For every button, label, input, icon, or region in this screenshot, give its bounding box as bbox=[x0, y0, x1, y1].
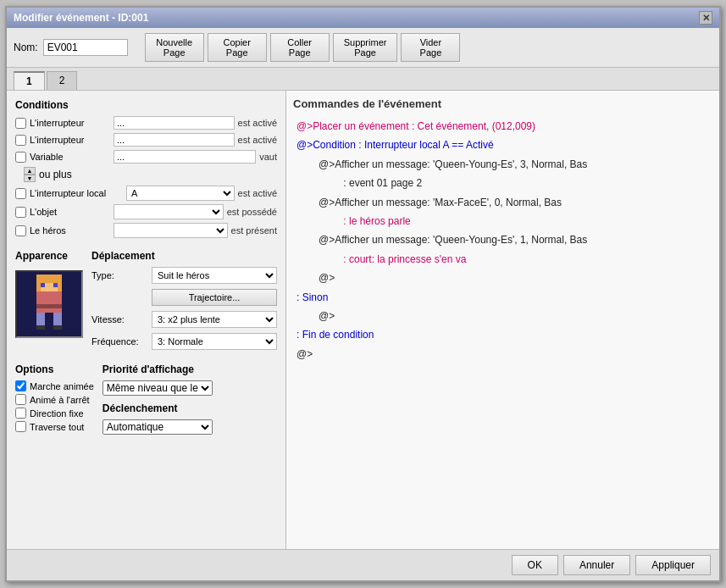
ou-plus-label: ou plus bbox=[39, 169, 72, 180]
condition-row-2: L'interrupteur est activé bbox=[15, 133, 277, 147]
anime-arret-checkbox[interactable] bbox=[15, 394, 26, 405]
traverse-tout-label: Traverse tout bbox=[30, 422, 84, 432]
cancel-button[interactable]: Annuler bbox=[563, 555, 630, 575]
supprimer-page-button[interactable]: SupprimerPage bbox=[333, 33, 398, 62]
type-label: Type: bbox=[91, 270, 147, 280]
spinner-up[interactable]: ▲ bbox=[24, 167, 36, 175]
cond-heros-select[interactable] bbox=[114, 223, 228, 238]
cond-local-select[interactable]: ABC bbox=[126, 186, 235, 201]
appearance-section: Apparence bbox=[15, 250, 83, 355]
priority-title: Priorité d'affichage bbox=[103, 363, 277, 375]
cond-objet-checkbox[interactable] bbox=[15, 207, 26, 218]
direction-fixe-checkbox[interactable] bbox=[15, 408, 26, 419]
bottom-bar: OK Annuler Appliquer bbox=[7, 549, 719, 580]
ok-button[interactable]: OK bbox=[512, 555, 558, 575]
cmd-line-12: : Fin de condition bbox=[293, 325, 712, 344]
svg-rect-5 bbox=[53, 283, 58, 287]
coller-page-button[interactable]: CollerPage bbox=[270, 33, 330, 62]
cond3-input[interactable] bbox=[114, 150, 256, 164]
option-anime-arret: Animé à l'arrêt bbox=[15, 394, 94, 405]
freq-label: Fréquence: bbox=[91, 336, 147, 347]
vider-page-button[interactable]: ViderPage bbox=[401, 33, 460, 62]
condition-row-local: L'interrupteur local ABC est activé bbox=[15, 186, 277, 201]
spinner-down[interactable]: ▼ bbox=[24, 175, 36, 182]
direction-fixe-label: Direction fixe bbox=[30, 408, 84, 419]
cond-heros-suffix: est présent bbox=[231, 225, 277, 236]
cond-local-checkbox[interactable] bbox=[15, 188, 26, 199]
command-list[interactable]: @>Placer un événement : Cet événement, (… bbox=[293, 117, 712, 542]
options-priority-row: Options Marche animée Animé à l'arrêt Di… bbox=[15, 363, 277, 435]
name-input[interactable] bbox=[43, 39, 128, 56]
tab-2[interactable]: 2 bbox=[47, 71, 78, 90]
cmd-line-4: : event 01 page 2 bbox=[293, 174, 712, 192]
svg-rect-2 bbox=[36, 283, 41, 291]
right-panel: Commandes de l'événement @>Placer un évé… bbox=[286, 91, 719, 549]
trigger-title: Déclenchement bbox=[103, 402, 277, 414]
name-label: Nom: bbox=[14, 42, 38, 53]
svg-rect-3 bbox=[58, 283, 62, 291]
trigger-section: Déclenchement Action Toucher le joueur T… bbox=[103, 402, 277, 435]
cond2-checkbox[interactable] bbox=[15, 135, 26, 146]
cond-objet-select[interactable] bbox=[114, 204, 224, 219]
cond3-suffix: vaut bbox=[259, 152, 277, 162]
cond1-checkbox[interactable] bbox=[15, 118, 26, 129]
cmd-line-11: @> bbox=[293, 307, 712, 325]
cmd-line-8: : court: la princesse s'en va bbox=[293, 250, 712, 269]
movement-type-select[interactable]: Fixe Aléatoire Suit le héros En ligne dr… bbox=[152, 267, 277, 284]
cmd-line-9: @> bbox=[293, 269, 712, 287]
cond2-label: L'interrupteur bbox=[30, 135, 110, 145]
freq-select[interactable]: 1: Très basse 2: Basse 3: Normale 4: Hau… bbox=[152, 333, 277, 350]
anime-arret-label: Animé à l'arrêt bbox=[30, 395, 90, 405]
trigger-select[interactable]: Action Toucher le joueur Toucher l'événe… bbox=[103, 419, 213, 435]
tab-1[interactable]: 1 bbox=[14, 71, 45, 90]
commands-title: Commandes de l'événement bbox=[293, 97, 712, 110]
condition-row-heros: Le héros est présent bbox=[15, 223, 277, 238]
trajectory-button[interactable]: Trajectoire... bbox=[152, 289, 277, 306]
speed-select[interactable]: 1: x8 plus lente 2: x4 plus lente 3: x2 … bbox=[152, 311, 277, 328]
cond3-checkbox[interactable] bbox=[15, 152, 26, 163]
cond2-suffix: est activé bbox=[238, 135, 277, 145]
svg-rect-7 bbox=[36, 304, 62, 308]
cond2-input[interactable] bbox=[114, 133, 235, 147]
sprite-box[interactable] bbox=[15, 270, 83, 338]
main-content: Conditions L'interrupteur est activé L'i… bbox=[7, 90, 719, 549]
condition-row-3: Variable vaut bbox=[15, 150, 277, 164]
cond1-input[interactable] bbox=[114, 116, 235, 130]
speed-label: Vitesse: bbox=[91, 314, 147, 325]
left-panel: Conditions L'interrupteur est activé L'i… bbox=[7, 91, 286, 549]
traverse-tout-checkbox[interactable] bbox=[15, 421, 26, 432]
priority-select[interactable]: Sous le héros Même niveau que le h Au-de… bbox=[103, 380, 213, 396]
options-section: Options Marche animée Animé à l'arrêt Di… bbox=[15, 363, 94, 435]
condition-row-1: L'interrupteur est activé bbox=[15, 116, 277, 130]
close-button[interactable]: ✕ bbox=[699, 11, 712, 25]
movement-section: Déplacement Type: Fixe Aléatoire Suit le… bbox=[91, 250, 277, 355]
marche-animee-checkbox[interactable] bbox=[15, 380, 26, 391]
spinner[interactable]: ▲ ▼ bbox=[24, 167, 36, 182]
cmd-line-13: @> bbox=[293, 345, 712, 363]
cmd-line-2: @>Condition : Interrupteur local A == Ac… bbox=[293, 136, 712, 154]
cond-objet-suffix: est possédé bbox=[227, 207, 277, 217]
copier-page-button[interactable]: CopierPage bbox=[208, 33, 267, 62]
apply-button[interactable]: Appliquer bbox=[635, 555, 711, 575]
cmd-line-7: @>Afficher un message: 'Queen-Young-Es',… bbox=[293, 230, 712, 249]
cond-heros-label: Le héros bbox=[30, 225, 110, 236]
appearance-title: Apparence bbox=[15, 250, 83, 262]
svg-rect-1 bbox=[36, 275, 62, 283]
window-title: Modifier événement - ID:001 bbox=[14, 12, 148, 24]
main-window: Modifier événement - ID:001 ✕ Nom: Nouve… bbox=[5, 6, 721, 582]
apparence-movement-row: Apparence bbox=[15, 250, 277, 355]
freq-row: Fréquence: 1: Très basse 2: Basse 3: Nor… bbox=[91, 333, 277, 350]
option-direction-fixe: Direction fixe bbox=[15, 408, 94, 419]
marche-animee-label: Marche animée bbox=[30, 381, 94, 391]
cond-local-suffix: est activé bbox=[238, 188, 277, 198]
svg-rect-6 bbox=[36, 291, 62, 313]
svg-rect-10 bbox=[36, 325, 45, 330]
toolbar-buttons: NouvellePage CopierPage CollerPage Suppr… bbox=[145, 33, 461, 62]
toolbar: Nom: NouvellePage CopierPage CollerPage … bbox=[7, 28, 719, 68]
cond-heros-checkbox[interactable] bbox=[15, 225, 26, 236]
condition-row-objet: L'objet est possédé bbox=[15, 204, 277, 219]
cond-objet-label: L'objet bbox=[30, 207, 110, 217]
name-group: Nom: bbox=[14, 39, 128, 56]
speed-row: Vitesse: 1: x8 plus lente 2: x4 plus len… bbox=[91, 311, 277, 328]
nouvelle-page-button[interactable]: NouvellePage bbox=[145, 33, 204, 62]
